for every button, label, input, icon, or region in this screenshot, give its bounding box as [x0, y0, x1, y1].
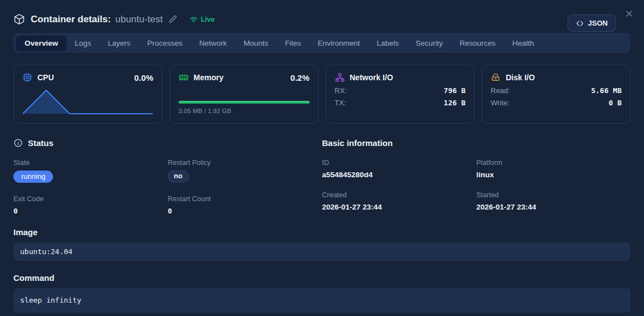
tab-logs[interactable]: Logs [66, 36, 99, 51]
image-heading: Image [13, 227, 631, 237]
write-value: 0 B [609, 99, 622, 107]
started-value: 2026-01-27 23:44 [477, 203, 631, 211]
started-label: Started [477, 191, 631, 199]
disk-icon [491, 72, 501, 82]
page-title: Container details: [31, 14, 111, 25]
exit-code-value: 0 [13, 207, 168, 215]
tab-security[interactable]: Security [407, 36, 451, 51]
memory-progress-bar [179, 101, 310, 104]
memory-usage-text: 3.05 MB / 1.92 GB [179, 108, 310, 114]
json-button-label: JSON [588, 19, 608, 27]
restart-policy-badge: no [168, 171, 189, 182]
tx-label: TX: [335, 99, 346, 107]
header: Container details: ubuntu-test Live JSON [0, 0, 644, 33]
restart-policy-field: Restart Policy no [168, 159, 323, 183]
disk-write-row: Write: 0 B [491, 99, 622, 107]
rx-value: 796 B [444, 86, 465, 95]
network-card: Network I/O RX: 796 B TX: 126 B [326, 65, 475, 124]
command-value-box: sleep infinity [13, 288, 631, 313]
cpu-card: CPU 0.0% [13, 65, 162, 124]
cpu-card-value: 0.0% [134, 73, 153, 82]
network-card-title: Network I/O [350, 73, 393, 82]
restart-count-value: 0 [168, 207, 323, 215]
state-field: State running [13, 159, 168, 183]
created-value: 2026-01-27 23:44 [322, 203, 477, 211]
disk-card: Disk I/O Read: 5.66 MB Write: 0 B [482, 65, 631, 124]
close-icon[interactable] [625, 9, 634, 18]
state-label: State [13, 159, 168, 167]
id-value: a554845280d4 [322, 171, 477, 179]
tab-mounts[interactable]: Mounts [235, 36, 276, 51]
code-icon [576, 20, 584, 27]
platform-label: Platform [477, 159, 631, 167]
status-section: Status State running Restart Policy no E… [13, 138, 322, 215]
container-name: ubuntu-test [116, 14, 163, 25]
memory-card-value: 0.2% [290, 73, 309, 82]
id-field: ID a554845280d4 [322, 159, 477, 179]
network-icon [335, 72, 345, 82]
cpu-sparkline [22, 87, 153, 115]
tab-layers[interactable]: Layers [99, 36, 139, 51]
image-section: Image ubuntu:24.04 [13, 227, 631, 261]
cpu-card-title: CPU [37, 73, 54, 82]
exit-code-label: Exit Code [13, 195, 168, 203]
restart-count-label: Restart Count [168, 195, 323, 203]
started-field: Started 2026-01-27 23:44 [477, 191, 631, 211]
basic-info-section: Basic information ID a554845280d4 Platfo… [322, 138, 631, 215]
image-value-box: ubuntu:24.04 [13, 242, 631, 261]
platform-field: Platform linux [477, 159, 631, 179]
live-label: Live [201, 16, 215, 23]
live-status: Live [189, 15, 215, 24]
created-label: Created [322, 191, 477, 199]
memory-card-title: Memory [194, 73, 224, 82]
cpu-icon [22, 72, 32, 82]
basic-info-heading: Basic information [322, 138, 393, 148]
tab-bar: Overview Logs Layers Processes Network M… [13, 33, 631, 53]
info-section: Status State running Restart Policy no E… [13, 138, 631, 215]
restart-policy-label: Restart Policy [168, 159, 323, 167]
command-section: Command sleep infinity [13, 273, 631, 313]
tab-labels[interactable]: Labels [368, 36, 407, 51]
memory-card: Memory 0.2% 3.05 MB / 1.92 GB [170, 65, 319, 124]
disk-read-row: Read: 5.66 MB [491, 86, 622, 95]
metric-cards: CPU 0.0% Memory 0.2% 3.05 MB / 1.92 GB N… [13, 65, 631, 124]
rx-label: RX: [335, 86, 347, 95]
info-icon [13, 138, 23, 148]
tab-network[interactable]: Network [191, 36, 236, 51]
tab-environment[interactable]: Environment [309, 36, 368, 51]
edit-name-icon[interactable] [169, 15, 177, 23]
container-box-icon [13, 13, 25, 25]
tab-resources[interactable]: Resources [451, 36, 504, 51]
json-button[interactable]: JSON [568, 14, 616, 32]
command-heading: Command [13, 273, 631, 283]
write-label: Write: [491, 99, 510, 107]
exit-code-field: Exit Code 0 [13, 195, 168, 215]
id-label: ID [322, 159, 477, 167]
created-field: Created 2026-01-27 23:44 [322, 191, 477, 211]
disk-card-title: Disk I/O [506, 73, 535, 82]
tab-processes[interactable]: Processes [139, 36, 191, 51]
wifi-icon [189, 15, 198, 24]
status-heading: Status [28, 138, 54, 148]
restart-count-field: Restart Count 0 [168, 195, 323, 215]
read-label: Read: [491, 86, 510, 95]
state-badge: running [13, 171, 53, 183]
network-rx-row: RX: 796 B [335, 86, 466, 95]
memory-icon [179, 72, 189, 82]
network-tx-row: TX: 126 B [335, 99, 466, 107]
read-value: 5.66 MB [591, 86, 622, 95]
tab-overview[interactable]: Overview [16, 36, 66, 51]
tx-value: 126 B [444, 99, 465, 107]
tab-files[interactable]: Files [277, 36, 310, 51]
tab-health[interactable]: Health [504, 36, 542, 51]
platform-value: linux [477, 171, 631, 179]
